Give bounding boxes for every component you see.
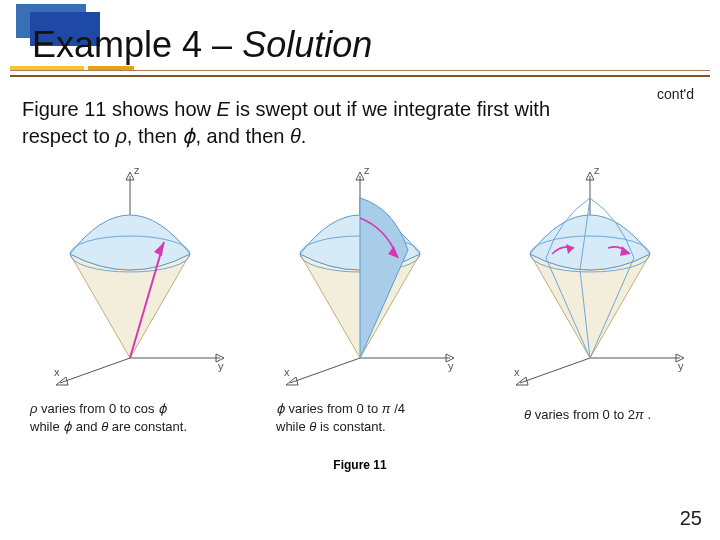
caption-1: ρ varies from 0 to cos ϕ while ϕ and θ a… [30,400,230,435]
caption-3: θ varies from 0 to 2π . [524,406,720,424]
axis-z: z [364,164,370,176]
body-theta: θ [290,125,301,147]
axis-z: z [134,164,140,176]
cap3-a: varies from 0 to 2 [531,407,635,422]
cap2-a: varies from 0 to [285,401,382,416]
axis-x: x [514,366,520,378]
body-l2a: respect to [22,125,115,147]
axis-y: y [448,360,454,372]
axis-y: y [678,360,684,372]
slide: Example 4 – Solution cont'd Figure 11 sh… [0,0,720,540]
body-var-E: E [217,98,230,120]
figure-panel-1: z y x [30,158,230,388]
cap1-b: while [30,419,63,434]
cap2-c: is constant. [316,419,385,434]
cap1-phi: ϕ [158,401,167,416]
caption-2: ϕ varies from 0 to π /4 while θ is const… [276,400,476,435]
svg-line-11 [290,358,360,383]
figure-label: Figure 11 [0,458,720,472]
body-rho: ρ [115,125,126,147]
cap2-frac: /4 [391,401,405,416]
figure-panel-3: z y x [490,158,690,388]
cap1-a: varies from 0 to cos [37,401,158,416]
title-text: Example 4 – [32,24,242,65]
axis-x: x [284,366,290,378]
svg-line-19 [520,358,590,383]
cap1-phi2: ϕ [63,419,72,434]
body-l1a: Figure 11 shows how [22,98,217,120]
body-phi: ϕ [182,125,195,147]
figure-3-svg: z y x [490,158,690,388]
figure-panel-2: z y x [260,158,460,388]
page-number: 25 [680,507,702,530]
cap3-theta: θ [524,407,531,422]
body-l2b: , then [127,125,183,147]
cap2-phi: ϕ [276,401,285,416]
cap2-pi: π [382,401,391,416]
body-l2c: , and then [195,125,290,147]
body-text: Figure 11 shows how E is swept out if we… [22,96,698,150]
body-l1b: is swept out if we integrate first with [230,98,550,120]
cap1-c: and [72,419,101,434]
axis-z: z [594,164,600,176]
title-italic: Solution [242,24,372,65]
slide-title: Example 4 – Solution [32,24,372,66]
figure-row: z y x z y [30,158,690,390]
body-l2d: . [301,125,307,147]
svg-line-2 [60,358,130,383]
axis-y: y [218,360,224,372]
captions-row: ρ varies from 0 to cos ϕ while ϕ and θ a… [0,400,720,460]
cap3-b: . [644,407,651,422]
figure-2-svg: z y x [260,158,460,388]
cap1-d: are constant. [108,419,187,434]
axis-x: x [54,366,60,378]
cap2-b: while [276,419,309,434]
figure-1-svg: z y x [30,158,230,388]
title-rule [10,70,710,77]
cap3-pi: π [635,407,644,422]
